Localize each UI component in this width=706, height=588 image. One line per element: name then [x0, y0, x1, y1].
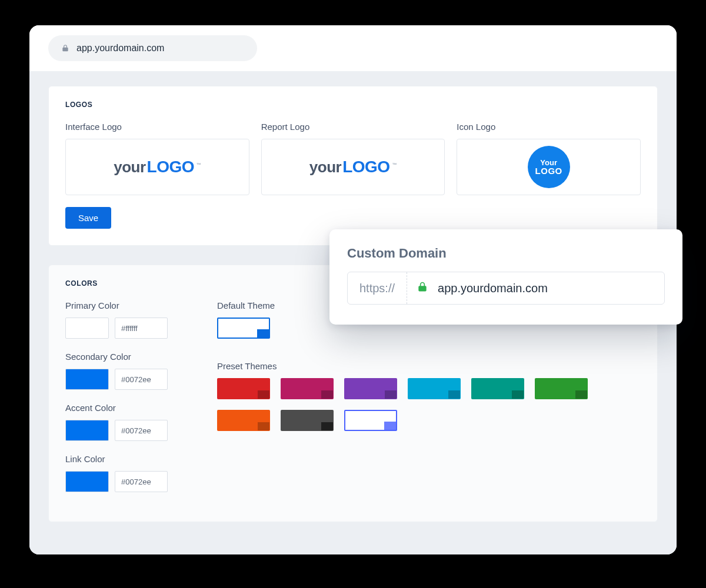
save-button[interactable]: Save: [65, 207, 111, 229]
preset-theme-swatch[interactable]: [217, 378, 270, 399]
preset-theme-swatch[interactable]: [408, 378, 461, 399]
address-bar[interactable]: app.yourdomain.com: [48, 35, 257, 61]
primary-color-label: Primary Color: [65, 300, 189, 310]
secondary-color-swatch[interactable]: [65, 369, 109, 390]
accent-color-swatch[interactable]: [65, 420, 109, 441]
link-color-label: Link Color: [65, 454, 189, 464]
window-header: app.yourdomain.com: [29, 25, 677, 71]
custom-domain-card: Custom Domain https:// app.yourdomain.co…: [329, 229, 682, 325]
logo-placeholder: yourLOGO™: [114, 158, 201, 176]
accent-color-label: Accent Color: [65, 403, 189, 413]
preset-theme-swatch[interactable]: [281, 410, 334, 431]
preset-theme-swatch[interactable]: [217, 410, 270, 431]
logo-placeholder: yourLOGO™: [309, 158, 397, 176]
report-logo-label: Report Logo: [261, 122, 445, 132]
custom-domain-title: Custom Domain: [347, 246, 665, 261]
logos-panel: LOGOS Interface Logo yourLOGO™ Report Lo…: [48, 86, 658, 246]
link-color-swatch[interactable]: [65, 471, 109, 492]
link-color-input[interactable]: [115, 471, 168, 492]
interface-logo-label: Interface Logo: [65, 122, 249, 132]
default-theme-swatch[interactable]: [217, 318, 270, 339]
address-bar-url: app.yourdomain.com: [76, 43, 164, 54]
report-logo-upload[interactable]: yourLOGO™: [261, 139, 445, 195]
secondary-color-label: Secondary Color: [65, 352, 189, 362]
preset-themes-label: Preset Themes: [217, 361, 641, 371]
primary-color-swatch[interactable]: [65, 318, 109, 339]
icon-logo-label: Icon Logo: [457, 122, 641, 132]
preset-theme-swatch[interactable]: [344, 378, 397, 399]
lock-icon: [61, 44, 69, 52]
preset-theme-swatch[interactable]: [471, 378, 524, 399]
preset-themes-grid: [217, 378, 629, 431]
custom-domain-input[interactable]: https:// app.yourdomain.com: [347, 272, 665, 305]
custom-domain-host: app.yourdomain.com: [438, 282, 548, 295]
logos-section-title: LOGOS: [65, 101, 641, 109]
lock-icon: [417, 281, 428, 295]
primary-color-input[interactable]: [115, 318, 168, 339]
preset-theme-swatch[interactable]: [281, 378, 334, 399]
secondary-color-input[interactable]: [115, 369, 168, 390]
preset-theme-swatch[interactable]: [344, 410, 397, 431]
icon-logo-placeholder: Your LOGO: [528, 146, 570, 188]
preset-theme-swatch[interactable]: [535, 378, 588, 399]
scheme-prefix: https://: [348, 272, 407, 304]
icon-logo-upload[interactable]: Your LOGO: [457, 139, 641, 195]
accent-color-input[interactable]: [115, 420, 168, 441]
interface-logo-upload[interactable]: yourLOGO™: [65, 139, 249, 195]
